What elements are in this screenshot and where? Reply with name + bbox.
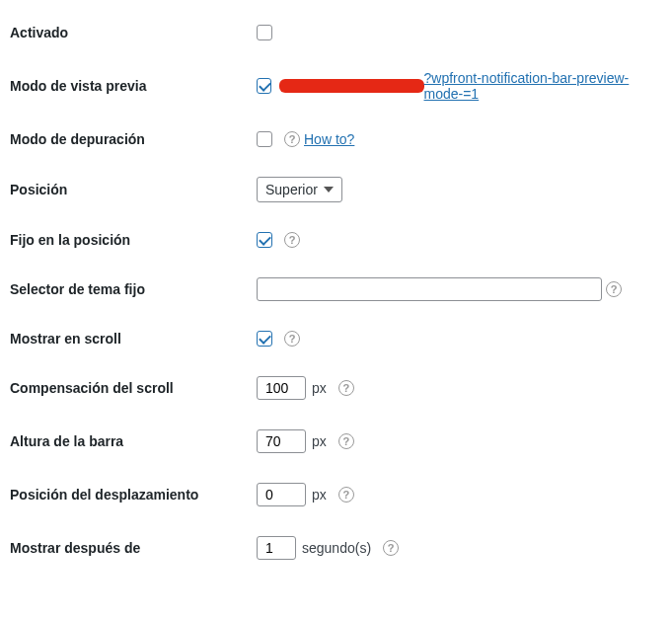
label-position: Posición (10, 182, 257, 197)
field-show-scroll: ? (257, 331, 662, 347)
field-show-after: segundo(s) ? (257, 536, 662, 560)
input-theme-selector[interactable] (257, 277, 602, 301)
help-icon: ? (284, 331, 300, 347)
field-theme-selector: ? (257, 277, 662, 301)
help-icon: ? (338, 487, 354, 503)
label-bar-height: Altura de la barra (10, 433, 257, 449)
label-show-after: Mostrar después de (10, 540, 257, 556)
checkbox-activado[interactable] (257, 25, 272, 40)
label-fixed-position: Fijo en la posición (10, 232, 257, 248)
label-scroll-offset: Compensación del scroll (10, 380, 257, 396)
settings-form: Activado Modo de vista previa ?wpfront-n… (10, 10, 662, 575)
label-offset-position: Posición del desplazamiento (10, 487, 257, 503)
field-debug-mode: ? How to? (257, 131, 662, 147)
input-bar-height[interactable] (257, 429, 306, 453)
field-position: Superior (257, 177, 662, 202)
unit-seconds: segundo(s) (302, 540, 371, 556)
checkbox-show-scroll[interactable] (257, 331, 272, 347)
help-icon: ? (383, 540, 399, 556)
help-icon: ? (284, 232, 300, 248)
field-bar-height: px ? (257, 429, 662, 453)
unit-px: px (312, 380, 327, 396)
row-position: Posición Superior (10, 162, 662, 217)
row-preview-mode: Modo de vista previa ?wpfront-notificati… (10, 55, 662, 116)
row-show-scroll: Mostrar en scroll ? (10, 316, 662, 361)
help-icon: ? (284, 131, 300, 147)
row-activado: Activado (10, 10, 662, 55)
row-offset-position: Posición del desplazamiento px ? (10, 468, 662, 521)
checkbox-debug-mode[interactable] (257, 131, 272, 147)
row-bar-height: Altura de la barra px ? (10, 415, 662, 468)
input-show-after[interactable] (257, 536, 296, 560)
field-fixed-position: ? (257, 232, 662, 248)
unit-px: px (312, 433, 327, 449)
row-debug-mode: Modo de depuración ? How to? (10, 116, 662, 162)
help-icon: ? (338, 433, 354, 449)
how-to-link[interactable]: How to? (304, 131, 354, 147)
row-show-after: Mostrar después de segundo(s) ? (10, 521, 662, 575)
row-scroll-offset: Compensación del scroll px ? (10, 361, 662, 415)
input-scroll-offset[interactable] (257, 376, 306, 400)
row-theme-selector: Selector de tema fijo ? (10, 263, 662, 316)
field-scroll-offset: px ? (257, 376, 662, 400)
field-preview-mode: ?wpfront-notification-bar-preview-mode-=… (257, 70, 662, 102)
label-show-scroll: Mostrar en scroll (10, 331, 257, 347)
help-icon: ? (606, 281, 622, 297)
input-offset-position[interactable] (257, 483, 306, 506)
row-fixed-position: Fijo en la posición ? (10, 217, 662, 263)
preview-url-link[interactable]: ?wpfront-notification-bar-preview-mode-=… (424, 70, 662, 102)
label-preview-mode: Modo de vista previa (10, 78, 257, 94)
checkbox-fixed-position[interactable] (257, 232, 272, 248)
label-theme-selector: Selector de tema fijo (10, 281, 257, 297)
select-position[interactable]: Superior (257, 177, 342, 202)
label-activado: Activado (10, 25, 257, 40)
redacted-url (279, 79, 424, 93)
field-activado (257, 25, 662, 40)
unit-px: px (312, 487, 327, 503)
help-icon: ? (338, 380, 354, 396)
field-offset-position: px ? (257, 483, 662, 506)
checkbox-preview-mode[interactable] (257, 78, 271, 94)
label-debug-mode: Modo de depuración (10, 131, 257, 147)
